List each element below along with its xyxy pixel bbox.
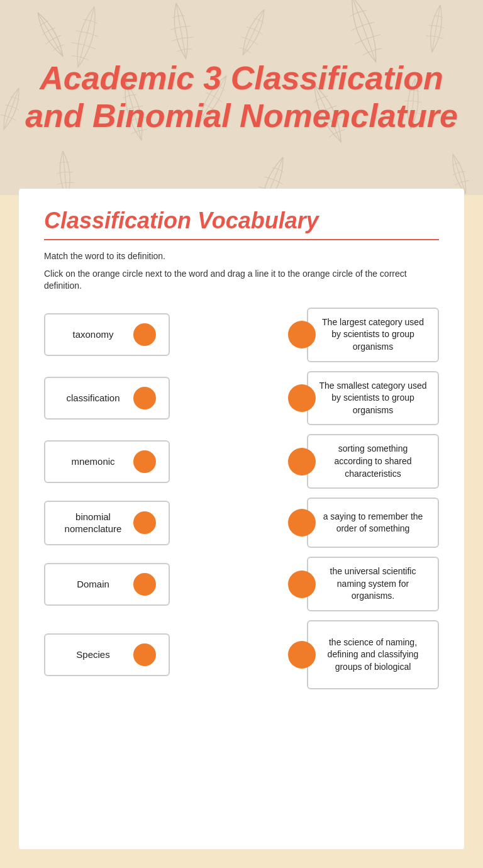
match-row-taxonomy: taxonomy The largest category used by sc… (44, 308, 439, 362)
word-box-taxonomy: taxonomy (44, 313, 170, 356)
def-label-universal: the universal scientific naming system f… (318, 565, 428, 603)
match-row-classification: classification The smallest category use… (44, 371, 439, 426)
match-row-domain: Domain the universal scientific naming s… (44, 557, 439, 611)
section-title: Classification Vocabulary (44, 208, 439, 240)
word-circle-species[interactable] (133, 643, 156, 666)
def-circle-largest[interactable] (288, 321, 316, 348)
word-label-classification: classification (58, 392, 128, 404)
def-label-saying: a saying to remember the order of someth… (318, 511, 428, 535)
def-box-universal: the universal scientific naming system f… (307, 557, 439, 611)
def-box-sorting: sorting something according to shared ch… (307, 434, 439, 489)
word-circle-taxonomy[interactable] (133, 323, 156, 346)
word-label-binomial: binomial nomenclature (58, 511, 128, 535)
instruction-1: Match the word to its definition. (44, 250, 439, 263)
main-content: Classification Vocabulary Match the word… (19, 189, 464, 849)
word-label-domain: Domain (58, 578, 128, 591)
matching-area: taxonomy The largest category used by sc… (44, 308, 439, 689)
word-circle-domain[interactable] (133, 573, 156, 596)
svg-line-4 (352, 0, 376, 62)
word-box-mnemonic: mnemonic (44, 440, 170, 483)
def-circle-universal[interactable] (288, 570, 316, 598)
def-circle-science[interactable] (288, 641, 316, 669)
def-label-science: the science of naming, defining and clas… (318, 637, 428, 674)
match-row-species: Species the science of naming, defining … (44, 620, 439, 689)
def-label-largest: The largest category used by scientists … (318, 316, 428, 353)
word-box-binomial: binomial nomenclature (44, 501, 170, 545)
word-label-species: Species (58, 648, 128, 661)
header-section: Academic 3 Classification and Binomial N… (0, 0, 483, 195)
word-circle-binomial[interactable] (133, 511, 156, 534)
word-box-classification: classification (44, 377, 170, 420)
word-box-species: Species (44, 633, 170, 676)
def-box-smallest: The smallest category used by scientists… (307, 371, 439, 426)
def-circle-smallest[interactable] (288, 384, 316, 412)
def-box-saying: a saying to remember the order of someth… (307, 498, 439, 548)
instruction-2: Click on the orange circle next to the w… (44, 268, 439, 292)
svg-line-1 (78, 6, 94, 67)
word-label-taxonomy: taxonomy (58, 328, 128, 341)
def-circle-sorting[interactable] (288, 448, 316, 476)
word-label-mnemonic: mnemonic (58, 455, 128, 468)
word-circle-mnemonic[interactable] (133, 450, 156, 473)
def-label-sorting: sorting something according to shared ch… (318, 443, 428, 480)
svg-line-3 (243, 9, 264, 55)
page-title: Academic 3 Classification and Binomial N… (0, 60, 483, 135)
word-box-domain: Domain (44, 563, 170, 606)
def-box-largest: The largest category used by scientists … (307, 308, 439, 362)
def-circle-saying[interactable] (288, 509, 316, 537)
def-box-science: the science of naming, defining and clas… (307, 620, 439, 689)
match-row-binomial: binomial nomenclature a saying to rememb… (44, 498, 439, 548)
word-circle-classification[interactable] (133, 387, 156, 409)
def-label-smallest: The smallest category used by scientists… (318, 380, 428, 417)
svg-line-0 (38, 13, 63, 56)
match-row-mnemonic: mnemonic sorting something according to … (44, 434, 439, 489)
